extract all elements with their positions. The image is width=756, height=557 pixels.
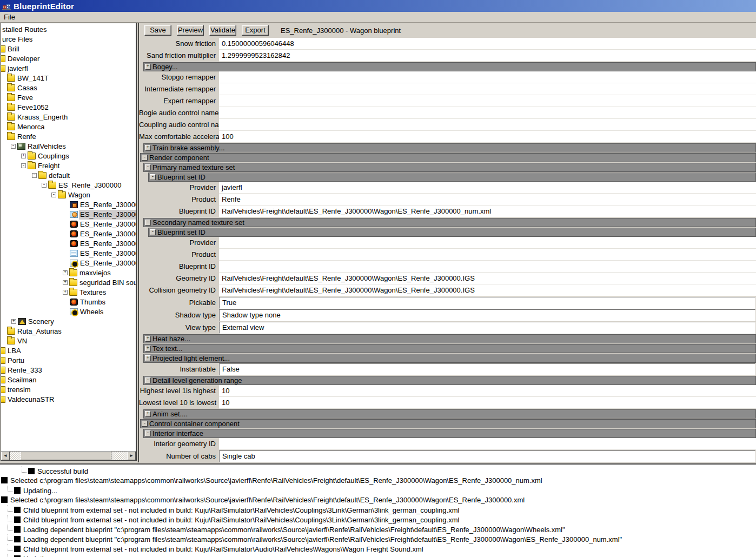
field-value[interactable]: [219, 83, 756, 95]
tree-item-label[interactable]: Brill: [6, 44, 21, 54]
tree-item-label[interactable]: Renfe: [16, 132, 37, 142]
tree-item[interactable]: +seguridad BIN sour: [1, 278, 136, 288]
tree-item-label[interactable]: LBA: [6, 346, 22, 356]
tree-item[interactable]: Renfe_333: [1, 366, 136, 375]
tree-item-label[interactable]: Renfe_333: [6, 366, 43, 375]
log-line[interactable]: Child blueprint from external set - not …: [0, 505, 756, 515]
log-line[interactable]: Loading dependent blueprint "c:\program …: [0, 534, 756, 544]
tree-item-label[interactable]: urce Files: [1, 35, 34, 44]
tree-item[interactable]: ES_Renfe_J300000: [1, 229, 136, 239]
tree-item-label[interactable]: Casas: [16, 83, 38, 93]
log-line[interactable]: Child blueprint from external set - not …: [0, 515, 756, 525]
scroll-thumb[interactable]: [21, 452, 111, 460]
tree-item-label[interactable]: trensim: [6, 385, 32, 395]
tree-horizontal-scrollbar[interactable]: ◄ ►: [1, 451, 136, 460]
collapse-icon[interactable]: -: [21, 163, 26, 168]
field-value[interactable]: External view: [219, 322, 755, 334]
collapse-section-button[interactable]: -: [142, 421, 148, 427]
log-line[interactable]: Updating...: [0, 486, 756, 495]
field-value[interactable]: RailVehicles\Freight\default\ES_Renfe_J3…: [219, 205, 756, 217]
tree-item-label[interactable]: VN: [16, 336, 28, 346]
tree-item[interactable]: ES_Renfe_J300000: [1, 249, 136, 258]
tree-item[interactable]: -ES_Renfe_J300000: [1, 181, 136, 190]
field-value[interactable]: [219, 438, 756, 450]
field-value[interactable]: 10: [219, 397, 756, 409]
tree-item-label[interactable]: ES_Renfe_J300000: [79, 200, 136, 210]
validate-button[interactable]: Validate: [209, 25, 236, 36]
tree-item[interactable]: ES_Renfe_J300000: [1, 239, 136, 249]
field-value[interactable]: [219, 261, 756, 273]
collapse-section-button[interactable]: -: [142, 155, 148, 161]
tree-item[interactable]: Krauss_Engerth: [1, 112, 136, 122]
tree-item[interactable]: Feve: [1, 93, 136, 103]
expand-section-button[interactable]: +: [145, 355, 151, 361]
tree-item[interactable]: Feve1052: [1, 103, 136, 112]
tree-item-label[interactable]: Scailman: [6, 375, 37, 385]
tree-item-label[interactable]: seguridad BIN sour: [78, 278, 136, 288]
tree-item[interactable]: LBA: [1, 346, 136, 356]
collapse-section-button[interactable]: -: [145, 430, 151, 436]
tree-item-label[interactable]: Ruta_Asturias: [16, 327, 63, 336]
tree-item[interactable]: -Freight: [1, 161, 136, 171]
field-value[interactable]: Shadow type none: [219, 309, 755, 321]
tree-item-label[interactable]: Couplings: [37, 151, 70, 161]
field-value[interactable]: RailVehicles\Freight\default\ES_Renfe_J3…: [219, 284, 756, 296]
tree-item[interactable]: Casas: [1, 83, 136, 93]
tree-item-label[interactable]: Scenery: [27, 317, 55, 327]
collapse-section-button[interactable]: -: [145, 164, 151, 170]
field-value[interactable]: 0.15000000596046448: [219, 38, 756, 50]
collapse-icon[interactable]: -: [11, 144, 16, 149]
tree-item-label[interactable]: ValdecunaSTR: [6, 395, 55, 405]
scroll-track[interactable]: [10, 452, 127, 460]
tree-item-label[interactable]: Wagon: [67, 190, 91, 200]
expand-icon[interactable]: +: [11, 319, 16, 324]
log-line[interactable]: Loading dependent blueprint "c:\program …: [0, 525, 756, 534]
field-value[interactable]: [219, 249, 756, 261]
tree-item-label[interactable]: maxviejos: [78, 268, 112, 278]
tree-item[interactable]: javierfl: [1, 64, 136, 74]
tree-item[interactable]: Menorca: [1, 122, 136, 132]
field-value[interactable]: False: [219, 363, 755, 375]
tree-item[interactable]: +maxviejos: [1, 268, 136, 278]
tree-item[interactable]: -default: [1, 171, 136, 181]
tree-item-label[interactable]: Developer: [6, 54, 41, 64]
field-value[interactable]: [219, 107, 756, 119]
save-button[interactable]: Save: [144, 25, 171, 36]
tree-item[interactable]: ValdecunaSTR: [1, 395, 136, 405]
export-button[interactable]: Export: [242, 25, 269, 36]
tree-item[interactable]: Brill: [1, 44, 136, 54]
expand-section-button[interactable]: +: [145, 346, 151, 352]
log-line[interactable]: Updating: [0, 554, 756, 557]
preview-button[interactable]: Preview: [177, 25, 204, 36]
log-line[interactable]: Selected c:\program files\steam\steamapp…: [0, 495, 756, 505]
expand-section-button[interactable]: +: [145, 64, 151, 70]
tree-item-label[interactable]: Portu: [6, 356, 25, 366]
expand-section-button[interactable]: +: [145, 145, 151, 151]
tree-item-label[interactable]: default: [48, 171, 71, 181]
collapse-section-button[interactable]: -: [150, 229, 156, 235]
tree-item-label[interactable]: Feve: [16, 93, 34, 103]
tree-item[interactable]: +Couplings: [1, 151, 136, 161]
expand-icon[interactable]: +: [63, 290, 68, 295]
tree-item[interactable]: ES_Renfe_J300000: [1, 210, 136, 220]
tree-item-label[interactable]: Wheels: [79, 307, 104, 317]
field-value[interactable]: [219, 95, 756, 107]
tree-item-label[interactable]: ES_Renfe_J300000: [79, 258, 136, 268]
tree-item[interactable]: Portu: [1, 356, 136, 366]
tree-item-label[interactable]: Krauss_Engerth: [16, 112, 69, 122]
field-value[interactable]: True: [219, 297, 755, 309]
field-value[interactable]: [219, 237, 756, 249]
tree-item[interactable]: trensim: [1, 385, 136, 395]
tree-item[interactable]: Developer: [1, 54, 136, 64]
tree-item-label[interactable]: stalled Routes: [1, 25, 48, 35]
field-value[interactable]: 10: [219, 385, 756, 397]
scroll-right-arrow[interactable]: ►: [127, 452, 136, 460]
field-value[interactable]: [219, 119, 756, 131]
collapse-section-button[interactable]: -: [145, 220, 151, 226]
collapse-section-button[interactable]: -: [150, 174, 156, 180]
tree-item[interactable]: -Wagon: [1, 190, 136, 200]
collapse-icon[interactable]: -: [51, 193, 56, 197]
log-line[interactable]: Successful build: [0, 466, 756, 476]
log-line[interactable]: Child blueprint from external set - not …: [0, 544, 756, 554]
field-value[interactable]: Renfe: [219, 194, 756, 205]
